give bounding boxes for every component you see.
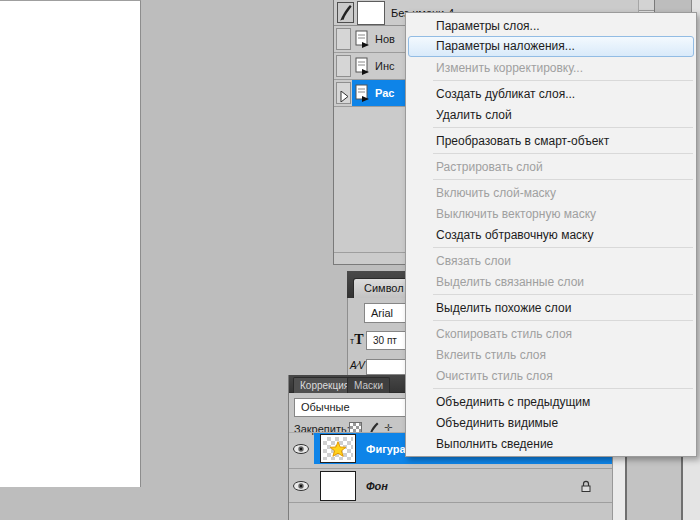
menu-item-paste-layer-style: Вклеить стиль слоя	[408, 344, 694, 365]
history-brush-source-box[interactable]	[337, 2, 354, 23]
menu-item-disable-vector-mask: Выключить векторную маску	[408, 203, 694, 224]
lock-icon	[580, 479, 592, 497]
menu-item-clear-layer-style: Очистить стиль слоя	[408, 365, 694, 386]
visibility-eye-icon[interactable]	[292, 478, 311, 494]
photoshop-workspace: Без имени-4 Нов Инс	[0, 0, 700, 520]
history-state-label: Рас	[375, 80, 394, 107]
menu-separator	[433, 179, 693, 180]
menu-item-merge-down[interactable]: Объединить с предыдущим	[408, 391, 694, 412]
menu-item-rasterize-layer: Растрировать слой	[408, 156, 694, 177]
menu-item-blending-options[interactable]: Параметры наложения...	[408, 36, 694, 57]
star-shape	[329, 441, 347, 458]
menu-separator	[433, 320, 693, 321]
menu-item-convert-to-smart-object[interactable]: Преобразовать в смарт-объект	[408, 130, 694, 151]
layer-name[interactable]: Фигура	[366, 433, 406, 464]
history-state-icon	[355, 84, 370, 107]
menu-item-select-similar-layers[interactable]: Выделить похожие слои	[408, 297, 694, 318]
layer-name[interactable]: Фон	[366, 469, 388, 502]
font-size-icon: тT	[350, 332, 363, 348]
menu-separator	[433, 247, 693, 248]
tab-masks[interactable]: Маски	[347, 377, 390, 393]
document-canvas[interactable]	[0, 0, 141, 487]
menu-item-enable-layer-mask: Включить слой-маску	[408, 182, 694, 203]
history-state-icon	[355, 30, 370, 53]
background-thumbnail[interactable]	[320, 471, 356, 501]
menu-item-edit-adjustment: Изменить корректировку...	[408, 57, 694, 78]
menu-separator	[433, 127, 693, 128]
history-brush-slot[interactable]	[336, 28, 351, 50]
menu-separator	[433, 388, 693, 389]
current-state-marker-icon	[340, 88, 349, 106]
menu-separator	[433, 294, 693, 295]
menu-item-duplicate-layer[interactable]: Создать дубликат слоя...	[408, 83, 694, 104]
menu-item-layer-properties[interactable]: Параметры слоя...	[408, 15, 694, 36]
kerning-icon: A∕V	[350, 360, 365, 371]
layer-thumbnail[interactable]	[320, 434, 356, 463]
menu-item-flatten-image[interactable]: Выполнить сведение	[408, 433, 694, 454]
menu-item-copy-layer-style: Скопировать стиль слоя	[408, 323, 694, 344]
history-state-label: Нов	[375, 26, 395, 53]
menu-separator	[433, 80, 693, 81]
visibility-eye-icon[interactable]	[292, 441, 311, 457]
history-state-label: Инс	[375, 53, 394, 80]
layer-row-background[interactable]: Фон	[289, 468, 612, 503]
dock-column-top	[691, 0, 700, 12]
history-state-icon	[355, 57, 370, 80]
menu-separator	[433, 153, 693, 154]
history-brush-icon	[338, 3, 353, 22]
menu-item-delete-layer[interactable]: Удалить слой	[408, 104, 694, 125]
scrollbar-up-button[interactable]	[639, 0, 654, 11]
kerning-input[interactable]	[366, 359, 408, 375]
menu-item-link-layers: Связать слои	[408, 250, 694, 271]
snapshot-thumbnail[interactable]	[357, 1, 385, 25]
font-size-input[interactable]: 30 пт	[366, 331, 408, 350]
history-brush-slot[interactable]	[336, 55, 351, 77]
layer-context-menu: Параметры слоя... Параметры наложения...…	[405, 12, 697, 457]
menu-item-select-linked-layers: Выделить связанные слои	[408, 271, 694, 292]
menu-item-create-clipping-mask[interactable]: Создать обтравочную маску	[408, 224, 694, 245]
blend-mode-select[interactable]: Обычные	[294, 398, 409, 417]
menu-item-merge-visible[interactable]: Объединить видимые	[408, 412, 694, 433]
